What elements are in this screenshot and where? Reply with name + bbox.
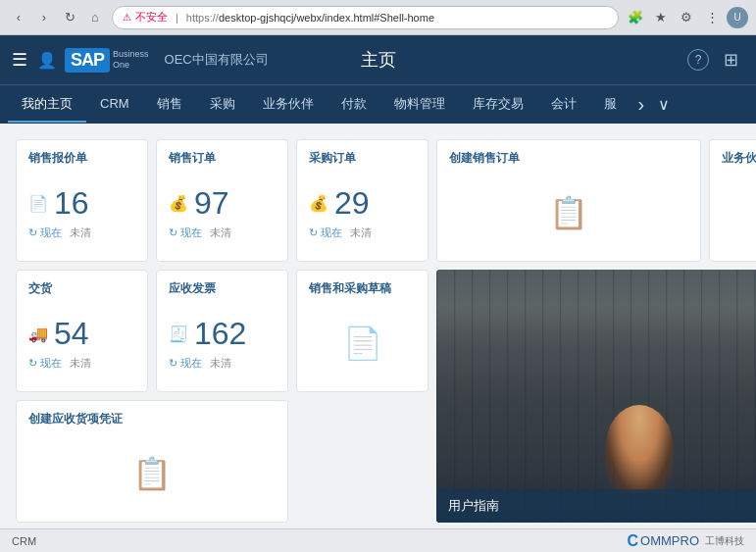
sales-quote-count: 16 (54, 185, 89, 222)
hamburger-menu-button[interactable]: ☰ (12, 49, 27, 71)
invoice-icon: 🧾 (169, 325, 188, 343)
url-text: https://desktop-gjshqcj/webx/index.html#… (186, 12, 434, 24)
sap-logo: SAP Business One (65, 48, 149, 73)
browser-chrome: ‹ › ↻ ⌂ ⚠ 不安全 | https://desktop-gjshqcj/… (0, 0, 756, 35)
tab-crm[interactable]: CRM (86, 88, 143, 121)
back-button[interactable]: ‹ (8, 7, 29, 28)
widget-sales-order-title: 销售订单 (169, 150, 276, 167)
tab-sales[interactable]: 销售 (143, 87, 196, 123)
address-bar[interactable]: ⚠ 不安全 | https://desktop-gjshqcj/webx/ind… (112, 6, 619, 29)
widget-sales-order: 销售订单 💰 97 ↻ 现在 未清 (156, 139, 288, 262)
expand-button[interactable]: ⊞ (717, 46, 744, 74)
browser-actions: 🧩 ★ ⚙ ⋮ U (625, 7, 748, 28)
bookmark-button[interactable]: ★ (650, 7, 672, 28)
widget-sales-quote: 销售报价单 📄 16 ↻ 现在 未清 (16, 139, 148, 262)
doc-icon: 📄 (28, 194, 48, 213)
widget-create-ar-receipt-body: 📋 (28, 435, 276, 512)
create-receipt-icon: 📋 (132, 455, 172, 492)
nav-expand-button[interactable]: ∨ (652, 91, 676, 118)
nav-more-button[interactable]: › (632, 89, 651, 120)
delivery-count: 54 (54, 316, 89, 352)
widget-status-row: ↻ 现在 未清 (28, 356, 135, 371)
pending-status: 未清 (70, 356, 91, 371)
security-warning-icon: ⚠ (123, 12, 131, 23)
current-status[interactable]: ↻ 现在 (28, 356, 62, 371)
widget-delivery: 交货 🚚 54 ↻ 现在 未清 (16, 270, 148, 392)
pending-status: 未清 (210, 356, 231, 371)
settings-button[interactable]: ⚙ (676, 7, 697, 28)
sales-order-count: 97 (194, 185, 229, 222)
logo-c: C (627, 532, 638, 550)
person-silhouette (605, 405, 674, 493)
tab-accounting[interactable]: 会计 (537, 87, 590, 123)
order-icon: 💰 (169, 194, 188, 213)
widget-delivery-title: 交货 (28, 280, 135, 297)
purchase-icon: 💰 (309, 194, 328, 213)
sap-header: ☰ 👤 SAP Business One OEC中国有限公司 主页 ? ⊞ (0, 35, 756, 84)
widget-count-row: 🚚 54 (28, 316, 135, 352)
header-actions: ? ⊞ (687, 46, 744, 74)
blue-overlay (436, 270, 756, 523)
widget-create-sales-order-body: 📋 (449, 175, 688, 251)
widget-purchase-order-body: 💰 29 ↻ 现在 未清 (309, 175, 416, 251)
widget-create-ar-receipt: 创建应收货项凭证 📋 (16, 400, 288, 523)
widget-purchase-order: 采购订单 💰 29 ↻ 现在 未清 (296, 139, 428, 262)
avatar[interactable]: U (727, 7, 748, 28)
widget-sales-purchase-draft: 销售和采购草稿 📄 (296, 270, 428, 392)
widget-sales-order-body: 💰 97 ↻ 现在 未清 (169, 175, 276, 251)
main-content: 销售报价单 📄 16 ↻ 现在 未清 销售订单 💰 97 (0, 124, 756, 528)
current-status[interactable]: ↻ 现在 (169, 356, 202, 371)
bottom-bar: CRM C OMMPRO 工博科技 (0, 528, 756, 552)
draft-icon: 📄 (343, 325, 382, 362)
widget-sales-quote-body: 📄 16 ↻ 现在 未清 (28, 175, 135, 251)
widget-purchase-order-title: 采购订单 (309, 150, 416, 167)
browser-nav-controls: ‹ › ↻ ⌂ (8, 7, 106, 28)
widget-ar-invoice-title: 应收发票 (169, 280, 276, 297)
nav-tabs: 我的主页 CRM 销售 采购 业务伙伴 付款 物料管理 库存交易 会计 服 › … (0, 84, 756, 124)
widget-draft-body: 📄 (309, 305, 416, 381)
user-guide-label: 用户指南 (436, 489, 756, 523)
refresh-button[interactable]: ↻ (59, 7, 80, 28)
widget-ar-invoice-body: 🧾 162 ↻ 现在 未清 (169, 305, 276, 381)
logo-rest: OMMPRO (640, 533, 699, 548)
tab-service[interactable]: 服 (590, 87, 630, 123)
tab-my-home[interactable]: 我的主页 (8, 87, 86, 123)
extensions-button[interactable]: 🧩 (625, 7, 646, 28)
widget-count-row: 📄 16 (28, 185, 135, 222)
url-domain: desktop-gjshqcj/webx/index.html#Shell-ho… (219, 12, 434, 24)
widget-business-partner: 业务伙伴 👤 (709, 139, 756, 262)
pending-status: 未清 (350, 226, 372, 240)
security-warning-text: 不安全 (135, 10, 168, 25)
user-button[interactable]: 👤 (37, 51, 57, 70)
menu-button[interactable]: ⋮ (701, 7, 723, 28)
pending-status: 未清 (210, 226, 231, 240)
sap-business-one-label: Business One (113, 49, 149, 71)
widget-sales-quote-title: 销售报价单 (28, 150, 135, 167)
tab-inventory[interactable]: 库存交易 (459, 87, 537, 123)
widget-create-sales-order: 创建销售订单 📋 (436, 139, 701, 262)
tab-business-partner[interactable]: 业务伙伴 (249, 87, 328, 123)
tab-payment[interactable]: 付款 (328, 87, 380, 123)
current-status[interactable]: ↻ 现在 (309, 226, 342, 240)
widget-status-row: ↻ 现在 未清 (309, 226, 416, 240)
widget-count-row: 💰 97 (169, 185, 276, 222)
forward-button[interactable]: › (33, 7, 55, 28)
purchase-order-count: 29 (334, 185, 370, 222)
help-button[interactable]: ? (687, 49, 709, 71)
tab-materials[interactable]: 物料管理 (380, 87, 459, 123)
create-doc-icon: 📋 (549, 194, 588, 231)
home-button[interactable]: ⌂ (84, 7, 106, 28)
company-name: OEC中国有限公司 (165, 51, 269, 69)
widget-user-guide[interactable]: 用户指南 (436, 270, 756, 523)
page-title: 主页 (361, 48, 396, 72)
current-status[interactable]: ↻ 现在 (169, 226, 202, 240)
widget-status-row: ↻ 现在 未清 (169, 356, 276, 371)
widget-status-row: ↻ 现在 未清 (169, 226, 276, 240)
widget-business-partner-title: 业务伙伴 (722, 150, 756, 167)
url-prefix: https:// (186, 12, 219, 24)
pending-status: 未清 (70, 226, 91, 240)
tab-purchase[interactable]: 采购 (196, 87, 249, 123)
logo-sub: 工博科技 (705, 534, 744, 548)
widget-create-sales-order-title: 创建销售订单 (449, 150, 688, 167)
current-status[interactable]: ↻ 现在 (28, 226, 62, 240)
